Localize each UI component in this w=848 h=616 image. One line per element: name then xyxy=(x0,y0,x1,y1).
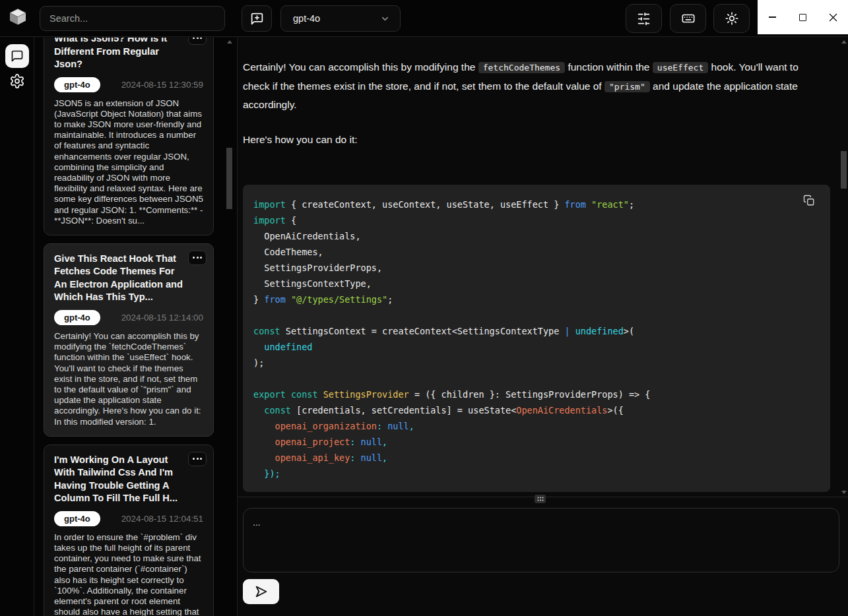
main-scrollbar-thumb[interactable] xyxy=(841,151,847,189)
code-line: undefined xyxy=(253,339,820,355)
card-title: I'm Working On A Layout With Tailwind Cs… xyxy=(54,454,203,505)
chat-messages-area: Certainly! You can accomplish this by mo… xyxy=(238,38,843,497)
inline-code: useEffect xyxy=(653,62,708,73)
app-window: gpt-4o xyxy=(0,0,848,616)
card-title: What Is Json5? How Is It Different From … xyxy=(54,38,203,71)
assistant-message-followup: Here's how you can do it: xyxy=(243,131,814,149)
theme-toggle-button[interactable] xyxy=(713,4,750,33)
code-line xyxy=(253,307,820,323)
card-meta: gpt-4o 2024-08-15 12:30:59 xyxy=(54,77,203,92)
copy-code-button[interactable] xyxy=(801,193,817,208)
sidebar-scrollbar[interactable] xyxy=(226,38,233,616)
chat-history-card[interactable]: What Is Json5? How Is It Different From … xyxy=(44,38,214,235)
settings-nav-button[interactable] xyxy=(9,73,26,90)
card-meta: gpt-4o 2024-08-15 12:14:00 xyxy=(54,310,203,325)
card-title: Give This React Hook That Fetches Code T… xyxy=(54,253,203,304)
send-button[interactable] xyxy=(243,579,279,604)
chat-bubble-icon xyxy=(11,49,24,63)
code-line: const [credentials, setCredentials] = us… xyxy=(253,402,820,418)
ellipsis-icon xyxy=(200,38,202,39)
card-menu-button[interactable] xyxy=(188,452,207,466)
search-input[interactable] xyxy=(40,6,225,31)
code-line: OpenAiCredentials, xyxy=(253,228,820,244)
maximize-icon xyxy=(799,14,806,21)
card-preview: Certainly! You can accomplish this by mo… xyxy=(54,331,203,427)
code-line: openai_project: null, xyxy=(253,434,820,450)
scroll-down-arrow-icon[interactable] xyxy=(841,491,847,494)
close-icon xyxy=(829,13,837,22)
minimize-icon xyxy=(769,16,776,18)
keyboard-shortcuts-button[interactable] xyxy=(670,4,706,33)
ellipsis-icon xyxy=(200,458,202,460)
inline-code: fetchCodeThemes xyxy=(478,62,565,73)
chat-history-card-active[interactable]: Give This React Hook That Fetches Code T… xyxy=(44,243,214,437)
chat-history-list: What Is Json5? How Is It Different From … xyxy=(44,38,214,616)
inline-code: "prism" xyxy=(604,81,650,92)
message-square-plus-icon xyxy=(250,12,264,26)
message-text: function within the xyxy=(565,61,653,73)
app-logo xyxy=(5,5,31,31)
model-badge: gpt-4o xyxy=(54,511,100,526)
message-input[interactable] xyxy=(243,508,839,572)
sidebar-scrollbar-thumb[interactable] xyxy=(226,148,232,209)
top-bar: gpt-4o xyxy=(0,0,848,37)
copy-icon xyxy=(803,195,815,206)
main-scrollbar[interactable] xyxy=(841,38,847,497)
code-line: CodeThemes, xyxy=(253,244,820,260)
card-meta: gpt-4o 2024-08-15 12:04:51 xyxy=(54,511,203,526)
scroll-up-arrow-icon[interactable] xyxy=(227,40,232,44)
maximize-button[interactable] xyxy=(788,0,818,34)
settings-sliders-button[interactable] xyxy=(626,4,662,33)
code-block: import { createContext, useContext, useS… xyxy=(243,185,830,492)
new-chat-button[interactable] xyxy=(242,5,272,32)
code-line: SettingsProviderProps, xyxy=(253,260,820,276)
card-menu-button[interactable] xyxy=(188,38,207,45)
cube-logo-icon xyxy=(6,6,30,30)
chats-nav-button[interactable] xyxy=(5,44,29,68)
gear-icon xyxy=(9,73,25,89)
code-line: openai_organization: null, xyxy=(253,418,820,434)
code-line: openai_api_key: null, xyxy=(253,450,820,466)
model-badge: gpt-4o xyxy=(54,77,100,92)
card-timestamp: 2024-08-15 12:30:59 xyxy=(121,80,203,90)
send-icon xyxy=(254,584,269,599)
composer-resize-handle[interactable] xyxy=(535,495,546,503)
code-line xyxy=(253,371,820,386)
ellipsis-icon xyxy=(193,257,195,259)
model-badge: gpt-4o xyxy=(54,310,100,325)
sliders-icon xyxy=(637,12,651,26)
chat-history-card[interactable]: I'm Working On A Layout With Tailwind Cs… xyxy=(44,445,214,616)
close-button[interactable] xyxy=(818,0,848,34)
ellipsis-icon xyxy=(197,458,199,460)
grip-dots-icon xyxy=(537,497,544,501)
card-timestamp: 2024-08-15 12:14:00 xyxy=(121,313,203,323)
chevron-down-icon xyxy=(380,14,390,24)
code-line: ); xyxy=(253,355,820,371)
minimize-button[interactable] xyxy=(758,0,788,34)
ellipsis-icon xyxy=(197,38,199,39)
message-text: Certainly! You can accomplish this by mo… xyxy=(243,61,478,73)
model-select[interactable]: gpt-4o xyxy=(280,5,401,32)
code-line: }); xyxy=(253,466,820,481)
scroll-up-arrow-icon[interactable] xyxy=(841,40,847,44)
code-content: import { createContext, useContext, useS… xyxy=(253,197,820,481)
code-line: export const SettingsProvider = ({ child… xyxy=(253,386,820,402)
code-line: } from "@/types/Settings"; xyxy=(253,292,820,307)
assistant-message: Certainly! You can accomplish this by mo… xyxy=(243,58,814,114)
ellipsis-icon xyxy=(193,38,195,39)
model-select-value: gpt-4o xyxy=(293,13,320,24)
ellipsis-icon xyxy=(200,257,202,259)
ellipsis-icon xyxy=(193,458,195,460)
sun-icon xyxy=(725,11,739,26)
code-line: import { xyxy=(253,212,820,228)
card-menu-button[interactable] xyxy=(188,251,207,265)
ellipsis-icon xyxy=(197,257,199,259)
nav-rail xyxy=(0,37,34,616)
code-line: SettingsContextType, xyxy=(253,276,820,292)
chat-history-sidebar: What Is Json5? How Is It Different From … xyxy=(34,38,238,616)
code-line: import { createContext, useContext, useS… xyxy=(253,197,820,212)
card-timestamp: 2024-08-15 12:04:51 xyxy=(121,514,203,524)
card-preview: In order to ensure the `#problem` div ta… xyxy=(54,532,203,616)
keyboard-icon xyxy=(681,11,696,26)
card-preview: JSON5 is an extension of JSON (JavaScrip… xyxy=(54,98,203,226)
